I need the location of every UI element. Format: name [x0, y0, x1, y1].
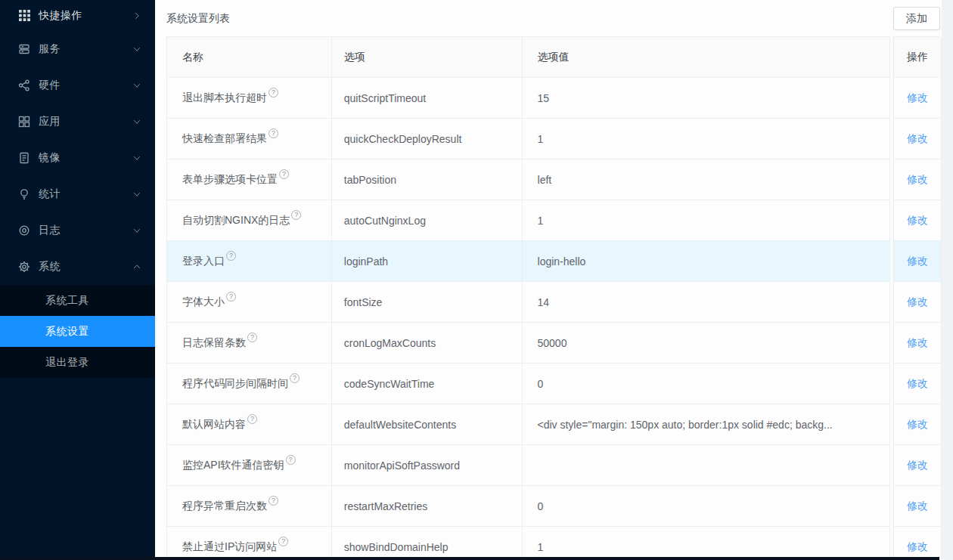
- sidebar-item-label: 快捷操作: [39, 9, 82, 23]
- modify-link[interactable]: 修改: [907, 132, 928, 146]
- setting-name: 禁止通过IP访问网站: [182, 540, 277, 554]
- setting-name-cell: 监控API软件通信密钥?: [167, 445, 332, 486]
- action-column-body: 修改修改修改修改修改修改修改修改修改修改修改修改: [894, 78, 941, 560]
- setting-name: 退出脚本执行超时: [182, 91, 267, 105]
- setting-name-cell: 日志保留条数?: [167, 323, 332, 364]
- chevron-down-icon: [132, 117, 141, 126]
- eye-icon: [18, 224, 30, 237]
- sidebar-submenu: 系统工具系统设置退出登录: [0, 285, 155, 378]
- modify-link[interactable]: 修改: [907, 540, 928, 554]
- help-icon[interactable]: ?: [290, 373, 300, 383]
- help-icon[interactable]: ?: [269, 496, 278, 506]
- help-icon[interactable]: ?: [278, 537, 288, 546]
- setting-value-cell: [523, 445, 890, 486]
- modify-link[interactable]: 修改: [907, 377, 928, 391]
- chevron-down-icon: [132, 226, 141, 235]
- column-header-value: 选项值: [523, 37, 890, 78]
- sidebar-item-label: 日志: [39, 224, 61, 237]
- setting-option-cell: tabPosition: [332, 159, 523, 200]
- sidebar-nav: 快捷操作服务硬件应用镜像统计日志系统: [0, 0, 155, 285]
- table-row: 程序代码同步间隔时间?codeSyncWaitTime0: [167, 364, 890, 404]
- modify-link[interactable]: 修改: [907, 500, 928, 513]
- help-icon[interactable]: ?: [269, 128, 278, 138]
- sidebar-item[interactable]: 服务: [0, 31, 155, 67]
- submenu-item[interactable]: 系统工具: [0, 285, 155, 316]
- modify-link[interactable]: 修改: [907, 418, 928, 432]
- setting-option-cell: showBindDomainHelp: [332, 527, 523, 560]
- column-header-option: 选项: [332, 37, 523, 78]
- table-row: 退出脚本执行超时?quitScriptTimeout15: [167, 78, 890, 119]
- sidebar-item[interactable]: 统计: [0, 176, 155, 212]
- setting-option-cell: autoCutNginxLog: [332, 200, 523, 241]
- column-header-name: 名称: [167, 37, 332, 78]
- help-icon[interactable]: ?: [279, 169, 289, 179]
- chevron-down-icon: [132, 45, 141, 54]
- modify-link[interactable]: 修改: [907, 336, 928, 350]
- table-header-row: 名称 选项 选项值: [167, 37, 890, 78]
- help-icon[interactable]: ?: [291, 210, 301, 220]
- modify-link[interactable]: 修改: [907, 459, 928, 472]
- grid-icon: [18, 10, 30, 22]
- sidebar-item-label: 镜像: [39, 151, 61, 165]
- setting-name: 字体大小: [182, 295, 225, 309]
- sidebar-item[interactable]: 硬件: [0, 67, 155, 104]
- action-cell: 修改: [894, 323, 941, 364]
- setting-option-cell: quitScriptTimeout: [332, 78, 523, 119]
- modify-link[interactable]: 修改: [907, 214, 928, 227]
- setting-option-cell: cronLogMaxCounts: [332, 323, 523, 364]
- modify-link[interactable]: 修改: [907, 91, 928, 105]
- setting-name-cell: 登录入口?: [167, 241, 332, 282]
- submenu-item[interactable]: 退出登录: [0, 347, 155, 378]
- modify-link[interactable]: 修改: [907, 295, 928, 309]
- settings-table: 名称 选项 选项值 退出脚本执行超时?quitScriptTimeout15快速…: [166, 36, 890, 560]
- modify-link[interactable]: 修改: [907, 255, 928, 268]
- setting-value-cell: 14: [523, 282, 890, 323]
- sidebar-item-label: 统计: [39, 187, 61, 201]
- page-title: 系统设置列表: [166, 0, 230, 36]
- add-button[interactable]: 添加: [893, 7, 940, 30]
- help-icon[interactable]: ?: [226, 292, 236, 302]
- sidebar-item[interactable]: 系统: [0, 249, 155, 285]
- file-icon: [18, 152, 30, 164]
- setting-name-cell: 退出脚本执行超时?: [167, 78, 332, 119]
- setting-name: 默认网站内容: [182, 418, 246, 432]
- action-cell: 修改: [894, 241, 941, 282]
- chevron-up-icon: [132, 262, 141, 271]
- setting-name: 监控API软件通信密钥: [182, 459, 284, 472]
- sidebar-item[interactable]: 快捷操作: [0, 0, 155, 31]
- help-icon[interactable]: ?: [226, 251, 236, 261]
- chevron-down-icon: [132, 81, 141, 90]
- setting-option-cell: restartMaxRetries: [332, 486, 523, 527]
- setting-name-cell: 禁止通过IP访问网站?: [167, 527, 332, 560]
- setting-name: 程序异常重启次数: [182, 500, 267, 513]
- setting-value-cell: left: [523, 159, 890, 200]
- chevron-right-icon: [132, 11, 141, 20]
- horizontal-scrollbar[interactable]: [0, 557, 939, 560]
- help-icon[interactable]: ?: [247, 333, 257, 342]
- table-row: 登录入口?loginPathlogin-hello: [167, 241, 890, 282]
- action-cell: 修改: [894, 527, 941, 560]
- app-window: 快捷操作服务硬件应用镜像统计日志系统 系统工具系统设置退出登录 系统设置列表 添…: [0, 0, 953, 560]
- submenu-item[interactable]: 系统设置: [0, 316, 155, 347]
- setting-name-cell: 字体大小?: [167, 282, 332, 323]
- sidebar-item-label: 服务: [39, 42, 61, 56]
- setting-value-cell: 1: [523, 200, 890, 241]
- help-icon[interactable]: ?: [286, 455, 296, 465]
- setting-option-cell: loginPath: [332, 241, 523, 282]
- modify-link[interactable]: 修改: [907, 173, 928, 187]
- sidebar-item[interactable]: 应用: [0, 104, 155, 140]
- help-icon[interactable]: ?: [269, 88, 278, 97]
- action-cell: 修改: [894, 200, 941, 241]
- action-cell: 修改: [894, 78, 941, 119]
- setting-option-cell: codeSyncWaitTime: [332, 364, 523, 404]
- setting-name-cell: 默认网站内容?: [167, 404, 332, 445]
- setting-name-cell: 程序代码同步间隔时间?: [167, 364, 332, 404]
- sidebar-item[interactable]: 镜像: [0, 140, 155, 176]
- chevron-down-icon: [132, 190, 141, 199]
- sidebar-item-label: 应用: [39, 115, 61, 128]
- setting-name-cell: 表单步骤选项卡位置?: [167, 159, 332, 200]
- help-icon[interactable]: ?: [247, 414, 257, 424]
- sidebar-item-label: 硬件: [39, 79, 61, 92]
- sidebar-item-label: 系统: [39, 260, 61, 274]
- sidebar-item[interactable]: 日志: [0, 212, 155, 249]
